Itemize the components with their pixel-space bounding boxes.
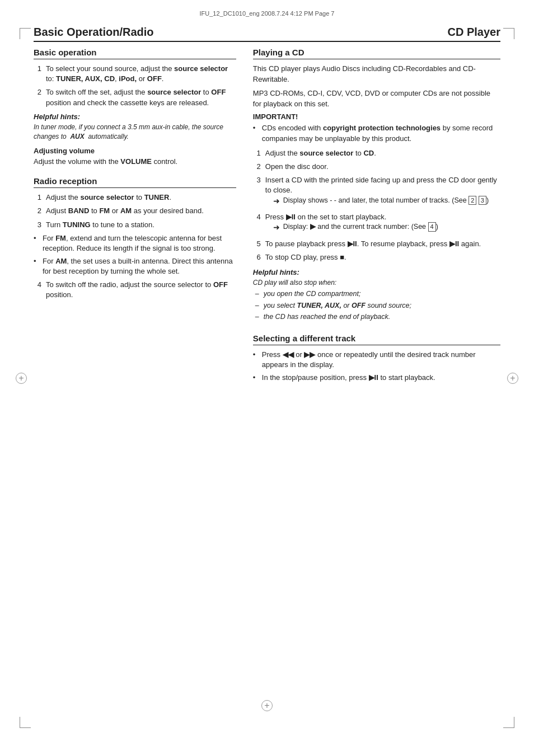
important-bullet-list: • CDs encoded with copyright protection … xyxy=(253,123,500,143)
helpful-hints-basic-title: Helpful hints: xyxy=(34,112,236,121)
cd-step-num-3: 3 xyxy=(253,175,261,209)
cd-step-num-4: 4 xyxy=(253,212,261,236)
page-title-right: CD Player xyxy=(448,26,501,39)
cd-step-num-6: 6 xyxy=(253,252,261,262)
cd-hint-3-text: the CD has reached the end of playback. xyxy=(264,312,391,322)
radio-bullet-list: • For FM, extend and turn the telescopic… xyxy=(34,233,236,277)
cd-step-3-arrow: ➜ Display shows - - and later, the total… xyxy=(273,196,500,207)
arrow-sym-4: ➜ xyxy=(273,222,280,233)
cd-step-3-arrow-text: Display shows - - and later, the total n… xyxy=(283,196,489,207)
cd-step-4: 4 Press ▶II on the set to start playback… xyxy=(253,212,500,236)
cd-step-5: 5 To pause playback press ▶II. To resume… xyxy=(253,239,500,249)
helpful-hints-cd-dashes: – you open the CD compartment; – you sel… xyxy=(255,289,500,322)
important-bullet-sym: • xyxy=(253,123,259,143)
page-title-row: Basic Operation/Radio CD Player xyxy=(34,26,500,42)
corner-mark-br xyxy=(503,717,514,728)
cd-step-text-5: To pause playback press ▶II. To resume p… xyxy=(265,239,481,249)
cd-step-num-2: 2 xyxy=(253,162,261,172)
radio-num-1: 1 xyxy=(34,192,41,203)
radio-text-2: Adjust BAND to FM or AM as your desired … xyxy=(46,206,204,216)
radio-text-4: To switch off the radio, adjust the sour… xyxy=(46,280,236,300)
select-track-text-1: Press ◀◀ or ▶▶ once or repeatedly until … xyxy=(262,350,500,370)
radio-item-1: 1 Adjust the source selector to TUNER. xyxy=(34,192,236,203)
cd-steps-list: 1 Adjust the source selector to CD. 2 Op… xyxy=(253,148,500,263)
helpful-hints-cd-title: Helpful hints: xyxy=(253,268,500,276)
selecting-track-title: Selecting a different track xyxy=(253,334,500,345)
select-track-bullet-2: • In the stop/pause position, press ▶II … xyxy=(253,373,500,383)
select-track-bullet-sym-1: • xyxy=(253,350,259,370)
cd-hint-2: – you select TUNER, AUX, or OFF sound so… xyxy=(255,301,500,311)
basic-op-item-2: 2 To switch off the set, adjust the sour… xyxy=(34,87,236,107)
cd-step-4-arrow-text: Display: ▶ and the current track number:… xyxy=(283,222,438,233)
crosshair-left: + xyxy=(16,373,27,384)
important-title: IMPORTANT! xyxy=(253,112,500,121)
basic-operation-list: 1 To select your sound source, adjust th… xyxy=(34,64,236,108)
bullet-sym-am: • xyxy=(34,256,39,276)
basic-operation-title: Basic operation xyxy=(34,48,236,59)
crosshair-bottom: + xyxy=(261,700,273,711)
radio-num-4: 4 xyxy=(34,280,41,300)
cd-hint-1: – you open the CD compartment; xyxy=(255,289,500,299)
select-track-bullet-1: • Press ◀◀ or ▶▶ once or repeatedly unti… xyxy=(253,350,500,370)
important-bullet-1: • CDs encoded with copyright protection … xyxy=(253,123,500,143)
playing-cd-title: Playing a CD xyxy=(253,48,500,59)
playing-cd-mp3: MP3 CD-ROMs, CD-I, CDV, VCD, DVD or comp… xyxy=(253,88,500,110)
cd-hint-3: – the CD has reached the end of playback… xyxy=(255,312,500,322)
important-bullet-text: CDs encoded with copyright protection te… xyxy=(262,123,500,143)
cd-step-num-1: 1 xyxy=(253,148,261,158)
dash-1: – xyxy=(255,289,259,299)
radio-num-3: 3 xyxy=(34,220,41,230)
bullet-sym-fm: • xyxy=(34,233,39,253)
radio-item4-list: 4 To switch off the radio, adjust the so… xyxy=(34,280,236,300)
basic-op-item-1: 1 To select your sound source, adjust th… xyxy=(34,64,236,84)
adjusting-volume-section: Adjusting volume Adjust the volume with … xyxy=(34,147,236,167)
selecting-track-list: • Press ◀◀ or ▶▶ once or repeatedly unti… xyxy=(253,350,500,383)
helpful-hints-cd: Helpful hints: CD play will also stop wh… xyxy=(253,268,500,322)
dash-2: – xyxy=(255,301,259,311)
cd-step-1: 1 Adjust the source selector to CD. xyxy=(253,148,500,158)
helpful-hints-cd-intro: CD play will also stop when: xyxy=(253,278,500,288)
cd-step-3: 3 Insert a CD with the printed side faci… xyxy=(253,175,500,209)
playing-cd-intro: This CD player plays Audio Discs includi… xyxy=(253,64,500,85)
ref-3: 3 xyxy=(479,196,486,205)
corner-mark-tl xyxy=(20,28,31,39)
radio-bullet-am: • For AM, the set uses a built-in antenn… xyxy=(34,256,236,276)
cd-step-num-5: 5 xyxy=(253,239,261,249)
col-left: Basic operation 1 To select your sound s… xyxy=(34,48,236,386)
ref-4: 4 xyxy=(428,222,436,231)
cd-step-text-3: Insert a CD with the printed side facing… xyxy=(265,175,500,209)
main-content: Basic Operation/Radio CD Player Basic op… xyxy=(0,20,534,408)
cd-step-text-6: To stop CD play, press ■. xyxy=(265,252,346,262)
basic-op-text-2: To switch off the set, adjust the source… xyxy=(46,87,236,107)
basic-op-num-1: 1 xyxy=(34,64,41,84)
radio-item-2: 2 Adjust BAND to FM or AM as your desire… xyxy=(34,206,236,216)
page-header: IFU_12_DC1010_eng 2008.7.24 4:12 PM Page… xyxy=(0,0,534,20)
radio-num-2: 2 xyxy=(34,206,41,216)
corner-mark-bl xyxy=(20,717,31,728)
columns: Basic operation 1 To select your sound s… xyxy=(34,48,500,386)
adjusting-volume-text: Adjust the volume with the VOLUME contro… xyxy=(34,157,236,167)
basic-op-num-2: 2 xyxy=(34,87,41,107)
cd-hint-1-text: you open the CD compartment; xyxy=(264,289,361,299)
radio-item-3: 3 Turn TUNING to tune to a station. xyxy=(34,220,236,230)
dash-3: – xyxy=(255,312,259,322)
radio-reception-list: 1 Adjust the source selector to TUNER. 2… xyxy=(34,192,236,230)
radio-bullet-am-text: For AM, the set uses a built-in antenna.… xyxy=(43,256,236,276)
radio-bullet-fm: • For FM, extend and turn the telescopic… xyxy=(34,233,236,253)
cd-step-2: 2 Open the disc door. xyxy=(253,162,500,172)
page-title-left: Basic Operation/Radio xyxy=(34,26,154,39)
ref-2: 2 xyxy=(469,196,476,205)
cd-hint-2-text: you select TUNER, AUX, or OFF sound sour… xyxy=(264,301,411,311)
radio-bullet-fm-text: For FM, extend and turn the telescopic a… xyxy=(43,233,236,253)
helpful-hints-basic: Helpful hints: In tuner mode, if you con… xyxy=(34,112,236,142)
cd-step-text-2: Open the disc door. xyxy=(265,162,329,172)
select-track-text-2: In the stop/pause position, press ▶II to… xyxy=(262,373,435,383)
radio-text-1: Adjust the source selector to TUNER. xyxy=(46,192,171,203)
adjusting-volume-title: Adjusting volume xyxy=(34,147,236,155)
select-track-bullet-sym-2: • xyxy=(253,373,259,383)
corner-mark-tr xyxy=(503,28,514,39)
cd-step-4-arrow: ➜ Display: ▶ and the current track numbe… xyxy=(273,222,438,233)
arrow-sym-3: ➜ xyxy=(273,196,280,207)
cd-step-6: 6 To stop CD play, press ■. xyxy=(253,252,500,262)
radio-text-3: Turn TUNING to tune to a station. xyxy=(46,220,154,230)
